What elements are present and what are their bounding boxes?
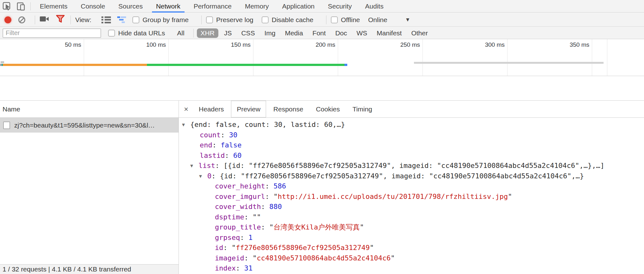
filter-type-xhr[interactable]: XHR: [197, 28, 218, 38]
tree-line: index: 31: [179, 263, 644, 274]
timeline-tick-label: 350 ms: [545, 41, 589, 48]
expand-arrow-icon[interactable]: ▼: [199, 171, 202, 182]
list-view-icon[interactable]: [101, 16, 111, 23]
tree-line-text: lastid: 60: [179, 151, 241, 161]
clear-icon[interactable]: [18, 16, 25, 23]
checkbox-box[interactable]: [108, 30, 115, 37]
timeline-gridline: [607, 39, 607, 76]
divider: [30, 2, 31, 10]
throttling-select-value[interactable]: Online: [368, 16, 387, 24]
tab-network[interactable]: Network: [149, 0, 187, 13]
waterfall-overview-icon[interactable]: [117, 16, 127, 23]
filter-funnel-icon[interactable]: [56, 15, 65, 25]
timeline-gridline: [253, 39, 253, 76]
tab-performance[interactable]: Performance: [187, 0, 238, 13]
tree-line-text: list: [{id: "ff276e8056f58896e7cf92505a3…: [179, 161, 605, 171]
status-bar: 1 / 32 requests | 4.1 KB / 4.1 KB transf…: [0, 264, 179, 274]
tree-line: grpseq: 1: [179, 233, 644, 243]
close-icon[interactable]: ×: [179, 101, 193, 117]
timeline-tick-label: 150 ms: [206, 41, 251, 48]
request-details-panel: × HeadersPreviewResponseCookiesTiming ▼{…: [179, 100, 644, 274]
timeline-gridline: [507, 39, 507, 76]
tree-line-text: dsptime: "": [179, 212, 261, 223]
timeline-tick-label: 100 ms: [122, 41, 166, 48]
chevron-down-icon[interactable]: ▼: [405, 17, 410, 23]
tree-line: cover_imgurl: "http://i1.umei.cc/uploads…: [179, 192, 644, 202]
filter-type-css[interactable]: CSS: [237, 28, 258, 38]
timeline-gridline: [338, 39, 338, 76]
timeline-gridline: [84, 39, 84, 76]
tab-console[interactable]: Console: [74, 0, 112, 13]
tree-line: lastid: 60: [179, 151, 644, 161]
tree-line: ▼0: {id: "ff276e8056f58896e7cf92505a3127…: [179, 171, 644, 182]
filter-type-font[interactable]: Font: [309, 28, 330, 38]
filter-input[interactable]: [3, 28, 101, 38]
tab-application[interactable]: Application: [276, 0, 321, 13]
divider: [201, 15, 202, 24]
checkbox-box[interactable]: [262, 16, 269, 23]
inspect-element-icon[interactable]: [0, 0, 14, 12]
checkbox-box[interactable]: [206, 16, 213, 23]
tree-line-text: cover_width: 880: [179, 202, 282, 212]
filter-type-doc[interactable]: Doc: [331, 28, 351, 38]
hide-data-urls-checkbox[interactable]: Hide data URLs: [108, 29, 165, 37]
tree-line-text: end: false: [179, 140, 241, 151]
tab-memory[interactable]: Memory: [238, 0, 276, 13]
disable-cache-checkbox[interactable]: Disable cache: [262, 16, 313, 24]
view-label: View:: [75, 16, 91, 24]
divider: [326, 15, 326, 24]
detail-tab-preview[interactable]: Preview: [231, 101, 266, 117]
preserve-log-checkbox[interactable]: Preserve log: [206, 16, 253, 24]
timeline-gridline: [168, 39, 169, 76]
tree-line-text: grpseq: 1: [179, 233, 252, 243]
request-segment-marker: [344, 64, 347, 66]
tab-security[interactable]: Security: [321, 0, 358, 13]
filter-type-all[interactable]: All: [173, 28, 188, 38]
expand-arrow-icon[interactable]: ▼: [182, 120, 185, 130]
name-column-header[interactable]: Name: [0, 101, 179, 118]
tree-line: id: "ff276e8056f58896e7cf92505a312749": [179, 243, 644, 253]
file-icon: [3, 122, 10, 129]
checkbox-box[interactable]: [132, 16, 139, 23]
divider: [193, 29, 194, 38]
filter-type-manifest[interactable]: Manifest: [373, 28, 405, 38]
timeline-gridline: [422, 39, 423, 76]
screenshot-camera-icon[interactable]: [39, 15, 50, 24]
disable-cache-label: Disable cache: [272, 16, 313, 24]
tree-line: ▼list: [{id: "ff276e8056f58896e7cf92505a…: [179, 161, 644, 171]
request-name: zj?ch=beauty&t1=595&listtype=new&sn=30&l…: [14, 122, 155, 129]
expand-arrow-icon[interactable]: ▼: [190, 161, 193, 171]
detail-tab-response[interactable]: Response: [268, 101, 309, 117]
request-row[interactable]: zj?ch=beauty&t1=595&listtype=new&sn=30&l…: [0, 118, 179, 133]
detail-tab-cookies[interactable]: Cookies: [311, 101, 345, 117]
timeline-tick-label: 50 ms: [37, 41, 81, 48]
offline-checkbox[interactable]: Offline: [331, 16, 360, 24]
filter-type-ws[interactable]: WS: [353, 28, 371, 38]
filter-type-other[interactable]: Other: [407, 28, 432, 38]
json-preview-tree: ▼{end: false, count: 30, lastid: 60,…}co…: [179, 118, 644, 274]
tree-line: cover_height: 586: [179, 181, 644, 192]
tree-line-text: count: 30: [179, 130, 237, 140]
detail-tab-headers[interactable]: Headers: [193, 101, 229, 117]
preserve-log-label: Preserve log: [216, 16, 253, 24]
device-toolbar-icon[interactable]: [14, 0, 28, 12]
tab-sources[interactable]: Sources: [112, 0, 149, 13]
filter-type-img[interactable]: Img: [261, 28, 279, 38]
network-overview-strip[interactable]: 50 ms100 ms150 ms200 ms250 ms300 ms350 m…: [0, 39, 644, 76]
group-by-frame-checkbox[interactable]: Group by frame: [132, 16, 189, 24]
request-segment-waiting: [3, 64, 147, 66]
offline-label: Offline: [341, 16, 360, 24]
timeline-tick-label: 300 ms: [460, 41, 505, 48]
checkbox-box[interactable]: [331, 16, 338, 23]
detail-tab-timing[interactable]: Timing: [347, 101, 378, 117]
record-button[interactable]: [4, 16, 11, 23]
filter-type-media[interactable]: Media: [281, 28, 307, 38]
filter-type-js[interactable]: JS: [220, 28, 236, 38]
tab-audits[interactable]: Audits: [358, 0, 390, 13]
divider: [70, 15, 71, 24]
timeline-tick-label: 250 ms: [376, 41, 420, 48]
devtools-tab-bar: ElementsConsoleSourcesNetworkPerformance…: [0, 0, 644, 13]
hide-data-urls-label: Hide data URLs: [118, 29, 165, 37]
tree-line-text: cover_height: 586: [179, 181, 286, 192]
tab-elements[interactable]: Elements: [33, 0, 74, 13]
